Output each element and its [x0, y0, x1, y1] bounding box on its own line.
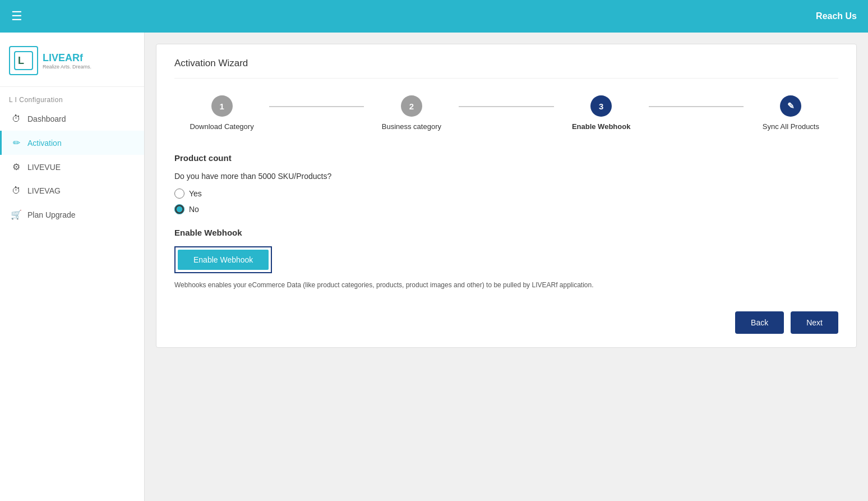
topbar: ☰ Reach Us [0, 0, 868, 33]
enable-webhook-section: Enable Webhook Enable Webhook Webhooks e… [174, 228, 838, 289]
radio-yes[interactable] [174, 189, 184, 199]
sidebar-item-livevue[interactable]: ⚙ LIVEVUE [0, 155, 144, 179]
logo-icon: L [13, 50, 34, 71]
sidebar-item-activation[interactable]: ✏ Activation [0, 131, 144, 155]
step-1: 1 Download Category [174, 95, 269, 131]
sidebar-label-plan-upgrade: Plan Upgrade [27, 210, 76, 219]
step-line-2 [459, 106, 553, 107]
plan-upgrade-icon: 🛒 [11, 209, 22, 220]
main-content: Activation Wizard 1 Download Category 2 … [145, 33, 868, 501]
sidebar-label-dashboard: Dashboard [27, 114, 66, 123]
sidebar-label-livevue: LIVEVUE [27, 163, 61, 172]
next-button[interactable]: Next [791, 311, 838, 334]
sidebar-item-dashboard[interactable]: ⏱ Dashboard [0, 107, 144, 131]
step-circle-2: 2 [401, 95, 422, 117]
reach-us-label: Reach Us [816, 11, 857, 21]
product-count-title: Product count [174, 153, 838, 163]
step-circle-4: ✎ [780, 95, 801, 117]
logo-box: L [9, 46, 38, 75]
step-circle-3: 3 [590, 95, 612, 117]
radio-no[interactable] [174, 204, 184, 214]
layout: L LIVEARf Realize Arts. Dreams. L I Conf… [0, 33, 868, 501]
activation-card: Activation Wizard 1 Download Category 2 … [156, 44, 857, 348]
radio-yes-item[interactable]: Yes [174, 189, 838, 199]
activation-icon: ✏ [11, 137, 22, 148]
webhook-description: Webhooks enables your eCommerce Data (li… [174, 281, 623, 289]
radio-no-label: No [189, 205, 199, 214]
step-line-3 [649, 106, 744, 107]
logo-sub: Realize Arts. Dreams. [43, 64, 91, 70]
footer-buttons: Back Next [174, 311, 838, 334]
enable-webhook-title: Enable Webhook [174, 228, 838, 237]
back-button[interactable]: Back [735, 311, 784, 334]
sidebar-item-livevag[interactable]: ⏱ LIVEVAG [0, 179, 144, 203]
sidebar-label-activation: Activation [27, 139, 62, 148]
sidebar-item-plan-upgrade[interactable]: 🛒 Plan Upgrade [0, 203, 144, 227]
sidebar-label-livevag: LIVEVAG [27, 186, 61, 195]
radio-no-item[interactable]: No [174, 204, 838, 214]
hamburger-icon[interactable]: ☰ [11, 9, 22, 24]
logo-area: L LIVEARf Realize Arts. Dreams. [0, 38, 144, 87]
radio-yes-label: Yes [189, 189, 202, 198]
sidebar: L LIVEARf Realize Arts. Dreams. L I Conf… [0, 33, 145, 501]
step-label-1: Download Category [190, 122, 253, 131]
svg-text:L: L [18, 55, 24, 66]
step-label-4: Sync All Products [763, 122, 819, 131]
question-text: Do you have more than 5000 SKU/Products? [174, 172, 838, 181]
step-4: ✎ Sync All Products [744, 95, 838, 131]
radio-group: Yes No [174, 189, 838, 214]
livevag-icon: ⏱ [11, 186, 22, 196]
step-line-1 [269, 106, 364, 107]
dashboard-icon: ⏱ [11, 114, 22, 124]
step-2: 2 Business category [364, 95, 459, 131]
step-circle-1: 1 [211, 95, 233, 117]
stepper: 1 Download Category 2 Business category … [174, 95, 838, 131]
step-label-2: Business category [382, 122, 441, 131]
logo-text: LIVEARf [43, 52, 91, 64]
enable-webhook-wrapper: Enable Webhook [174, 246, 272, 273]
card-title: Activation Wizard [174, 58, 838, 79]
config-label: L I Configuration [0, 93, 144, 107]
step-label-3: Enable Webhook [572, 122, 631, 131]
step-3: 3 Enable Webhook [554, 95, 649, 131]
livevue-icon: ⚙ [11, 162, 22, 172]
enable-webhook-button[interactable]: Enable Webhook [178, 250, 269, 270]
